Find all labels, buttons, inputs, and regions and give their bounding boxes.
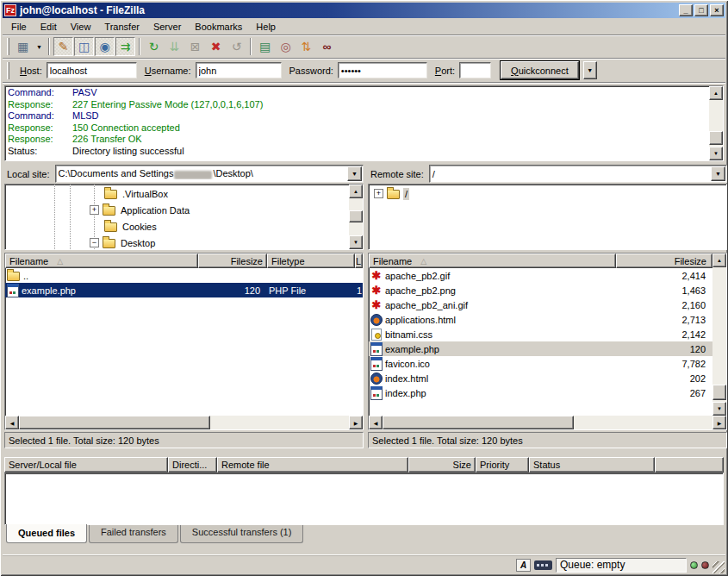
tree-item-virtualbox[interactable]: .VirtualBox (5, 185, 349, 202)
column-header-priority[interactable]: Priority (476, 457, 529, 473)
column-header-server-local-file[interactable]: Server/Local file (4, 457, 168, 473)
tab-queued-files[interactable]: Queued files (6, 524, 87, 543)
menu-transfer[interactable]: Transfer (97, 20, 146, 34)
log-vertical-scrollbar[interactable]: ▲ ▼ (709, 86, 723, 160)
scroll-left-icon[interactable]: ◀ (5, 416, 19, 429)
find-files-icon[interactable]: ∞ (317, 37, 337, 56)
file-row[interactable]: bitnami.css 2,142 (369, 327, 712, 341)
file-size: 2,713 (616, 312, 712, 327)
tree-collapse-icon[interactable]: − (90, 238, 99, 247)
toolbar-grip[interactable] (7, 38, 9, 55)
message-log-lines[interactable]: Command:PASV Response:227 Entering Passi… (5, 86, 709, 160)
column-header-status[interactable]: Status (529, 457, 655, 473)
scroll-left-icon[interactable]: ◀ (369, 416, 383, 429)
scroll-up-icon[interactable]: ▲ (709, 86, 723, 100)
file-name: example.php (385, 344, 439, 354)
file-row[interactable]: index.php 267 (369, 385, 712, 400)
toggle-remote-tree-icon[interactable]: ◉ (95, 37, 115, 56)
tab-successful-transfers[interactable]: Successful transfers (1) (180, 525, 304, 543)
menu-file[interactable]: File (4, 20, 34, 34)
column-header-direction[interactable]: Directi... (168, 457, 217, 473)
scroll-up-icon[interactable]: ▲ (712, 254, 726, 267)
tree-item-desktop[interactable]: − Desktop (5, 235, 349, 249)
tree-item-root[interactable]: + / (369, 185, 726, 202)
file-row[interactable]: index.html 202 (369, 371, 712, 385)
scroll-down-icon[interactable]: ▼ (709, 147, 723, 160)
scroll-down-icon[interactable]: ▼ (712, 402, 726, 416)
toggle-log-icon[interactable]: ✎ (53, 37, 73, 56)
disconnect-icon[interactable]: ✖ (206, 37, 226, 56)
titlebar[interactable]: Fz john@localhost - FileZilla _ □ × (3, 3, 725, 18)
local-horizontal-scrollbar[interactable]: ◀ ▶ (5, 416, 363, 429)
scrollbar-thumb[interactable] (383, 416, 574, 429)
scroll-up-icon[interactable]: ▲ (349, 185, 363, 198)
menu-edit[interactable]: Edit (34, 20, 64, 34)
scrollbar-thumb[interactable] (19, 416, 210, 429)
file-row[interactable]: apache_pb2_ani.gif 2,160 (369, 297, 712, 312)
column-header-filesize[interactable]: Filesize (198, 254, 267, 268)
tab-failed-transfers[interactable]: Failed transfers (89, 525, 178, 543)
menu-bookmarks[interactable]: Bookmarks (188, 20, 249, 34)
column-header-size[interactable]: Size (408, 457, 476, 473)
file-row-example-php[interactable]: example.php 120 PHP File 1 (5, 283, 363, 297)
quickconnect-button[interactable]: Quickconnect (501, 61, 579, 79)
scroll-right-icon[interactable]: ▶ (349, 416, 363, 429)
toggle-local-tree-icon[interactable]: ◫ (74, 37, 94, 56)
tree-expand-icon[interactable]: + (90, 205, 99, 215)
process-queue-icon[interactable]: ⇊ (165, 37, 184, 56)
file-row[interactable]: favicon.ico 7,782 (369, 356, 712, 371)
password-input[interactable] (338, 62, 427, 78)
column-header-lastmodified[interactable]: L (355, 254, 363, 268)
site-manager-icon[interactable]: ▦ (13, 37, 33, 56)
menu-server[interactable]: Server (146, 20, 188, 34)
column-header-filename[interactable]: Filename△ (5, 254, 198, 268)
column-header-remote-file[interactable]: Remote file (217, 457, 408, 473)
maximize-button[interactable]: □ (694, 4, 708, 16)
local-site-combobox[interactable]: C:\Documents and Settings\Desktop\ ▼ (55, 165, 364, 183)
column-header-filename[interactable]: Filename△ (369, 254, 616, 268)
port-input[interactable] (459, 62, 491, 78)
close-button[interactable]: × (710, 4, 724, 16)
remote-site-dropdown-icon[interactable]: ▼ (711, 166, 725, 181)
scroll-right-icon[interactable]: ▶ (712, 416, 726, 429)
filter-icon[interactable]: ▤ (255, 37, 275, 56)
queue-body[interactable] (4, 473, 724, 525)
scrollbar-thumb[interactable] (712, 385, 726, 400)
directory-comparison-icon[interactable]: ◎ (276, 37, 296, 56)
file-row[interactable]: applications.html 2,713 (369, 312, 712, 327)
tree-expand-icon[interactable]: + (374, 189, 383, 198)
host-input[interactable] (47, 62, 137, 78)
tree-item-application-data[interactable]: + Application Data (5, 202, 349, 218)
local-site-dropdown-icon[interactable]: ▼ (347, 166, 362, 181)
file-size: 120 (616, 341, 712, 356)
site-manager-caret-icon[interactable]: ▼ (34, 37, 45, 56)
scroll-down-icon[interactable]: ▼ (349, 235, 363, 249)
tree-item-cookies[interactable]: Cookies (5, 218, 349, 235)
menu-view[interactable]: View (64, 20, 98, 34)
cancel-icon[interactable]: ⊠ (185, 37, 205, 56)
toggle-queue-icon[interactable]: ⇉ (115, 37, 135, 56)
resize-grip[interactable] (712, 561, 725, 573)
scrollbar-thumb[interactable] (349, 210, 363, 222)
refresh-icon[interactable]: ↻ (144, 37, 164, 56)
quickconnect-grip[interactable] (7, 62, 9, 79)
quickconnect-dropdown-icon[interactable]: ▼ (583, 61, 597, 79)
php-file-icon (370, 387, 383, 398)
username-input[interactable] (196, 62, 282, 78)
column-header-filetype[interactable]: Filetype (267, 254, 355, 268)
remote-site-combobox[interactable]: / ▼ (429, 165, 727, 183)
file-name: favicon.ico (385, 359, 430, 369)
file-row-parent-dir[interactable]: .. (5, 268, 363, 283)
local-tree-vertical-scrollbar[interactable]: ▲ ▼ (349, 185, 363, 249)
remote-horizontal-scrollbar[interactable]: ◀ ▶ (369, 416, 726, 429)
scrollbar-thumb[interactable] (709, 131, 723, 145)
remote-vertical-scrollbar[interactable]: ▲ ▼ (712, 254, 726, 416)
file-row[interactable]: apache_pb2.png 1,463 (369, 283, 712, 297)
file-row-selected[interactable]: example.php 120 (369, 341, 712, 356)
menu-help[interactable]: Help (249, 20, 283, 34)
column-header-filesize[interactable]: Filesize (616, 254, 712, 268)
reconnect-icon[interactable]: ↺ (227, 37, 246, 56)
synchronized-browsing-icon[interactable]: ⇅ (296, 37, 316, 56)
minimize-button[interactable]: _ (679, 4, 693, 16)
file-row[interactable]: apache_pb2.gif 2,414 (369, 268, 712, 283)
